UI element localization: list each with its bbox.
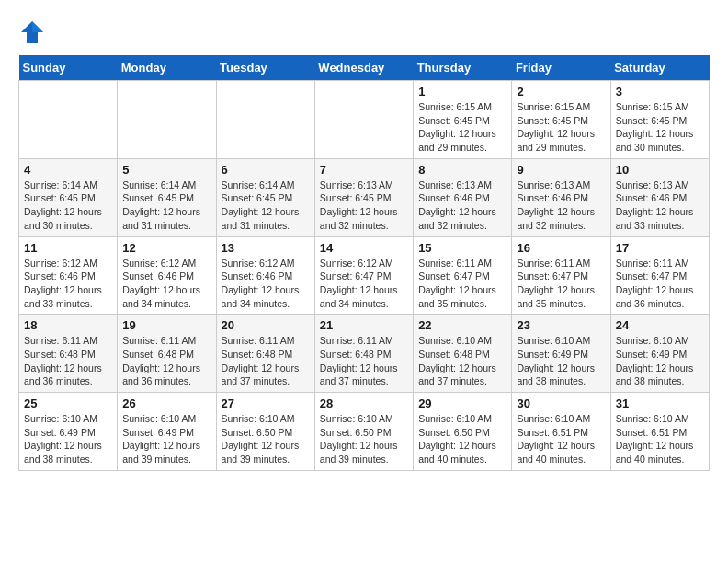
day-number: 29 [418, 396, 506, 410]
calendar-cell: 5Sunrise: 6:14 AM Sunset: 6:45 PM Daylig… [118, 158, 216, 236]
day-number: 14 [320, 241, 408, 255]
calendar-header: SundayMondayTuesdayWednesdayThursdayFrid… [19, 55, 710, 81]
day-number: 16 [517, 241, 605, 255]
day-header-monday: Monday [118, 55, 216, 81]
day-info: Sunrise: 6:12 AM Sunset: 6:46 PM Dayligh… [24, 257, 112, 311]
day-info: Sunrise: 6:14 AM Sunset: 6:45 PM Dayligh… [222, 178, 310, 233]
day-number: 21 [320, 318, 408, 332]
day-info: Sunrise: 6:12 AM Sunset: 6:46 PM Dayligh… [222, 257, 310, 311]
day-number: 3 [616, 85, 704, 98]
day-header-tuesday: Tuesday [216, 55, 314, 81]
day-info: Sunrise: 6:11 AM Sunset: 6:47 PM Dayligh… [616, 257, 704, 311]
day-info: Sunrise: 6:13 AM Sunset: 6:45 PM Dayligh… [320, 178, 408, 233]
day-info: Sunrise: 6:11 AM Sunset: 6:48 PM Dayligh… [122, 334, 210, 388]
day-number: 2 [517, 85, 605, 98]
day-number: 31 [616, 396, 704, 410]
day-info: Sunrise: 6:11 AM Sunset: 6:48 PM Dayligh… [24, 334, 112, 388]
calendar-cell: 31Sunrise: 6:10 AM Sunset: 6:51 PM Dayli… [610, 393, 709, 471]
day-info: Sunrise: 6:12 AM Sunset: 6:47 PM Dayligh… [320, 257, 408, 311]
calendar-week-3: 11Sunrise: 6:12 AM Sunset: 6:46 PM Dayli… [19, 236, 710, 315]
day-number: 22 [418, 318, 506, 332]
calendar-cell [314, 81, 413, 159]
day-header-sunday: Sunday [19, 55, 118, 81]
logo [18, 18, 50, 46]
days-header-row: SundayMondayTuesdayWednesdayThursdayFrid… [19, 55, 710, 81]
calendar-cell [216, 81, 314, 159]
calendar-cell: 23Sunrise: 6:10 AM Sunset: 6:49 PM Dayli… [512, 315, 610, 393]
calendar-cell: 12Sunrise: 6:12 AM Sunset: 6:46 PM Dayli… [118, 236, 216, 315]
day-number: 20 [222, 318, 310, 332]
calendar-cell: 16Sunrise: 6:11 AM Sunset: 6:47 PM Dayli… [512, 236, 610, 315]
calendar-cell: 17Sunrise: 6:11 AM Sunset: 6:47 PM Dayli… [610, 236, 709, 315]
day-number: 12 [122, 241, 210, 255]
day-number: 17 [616, 241, 704, 255]
day-header-wednesday: Wednesday [314, 55, 413, 81]
calendar-cell: 6Sunrise: 6:14 AM Sunset: 6:45 PM Daylig… [216, 158, 314, 236]
day-info: Sunrise: 6:10 AM Sunset: 6:51 PM Dayligh… [616, 412, 704, 466]
day-info: Sunrise: 6:10 AM Sunset: 6:51 PM Dayligh… [517, 412, 605, 466]
logo-icon [18, 18, 46, 46]
day-header-friday: Friday [512, 55, 610, 81]
day-number: 19 [122, 318, 210, 332]
day-info: Sunrise: 6:10 AM Sunset: 6:50 PM Dayligh… [222, 412, 310, 466]
day-number: 27 [222, 396, 310, 410]
calendar-cell [118, 81, 216, 159]
calendar-body: 1Sunrise: 6:15 AM Sunset: 6:45 PM Daylig… [19, 81, 710, 471]
calendar-cell: 9Sunrise: 6:13 AM Sunset: 6:46 PM Daylig… [512, 158, 610, 236]
calendar-cell: 14Sunrise: 6:12 AM Sunset: 6:47 PM Dayli… [314, 236, 413, 315]
calendar-cell: 10Sunrise: 6:13 AM Sunset: 6:46 PM Dayli… [610, 158, 709, 236]
calendar-cell: 25Sunrise: 6:10 AM Sunset: 6:49 PM Dayli… [19, 393, 118, 471]
calendar-cell: 29Sunrise: 6:10 AM Sunset: 6:50 PM Dayli… [414, 393, 512, 471]
day-info: Sunrise: 6:11 AM Sunset: 6:47 PM Dayligh… [517, 257, 605, 311]
calendar-cell: 24Sunrise: 6:10 AM Sunset: 6:49 PM Dayli… [610, 315, 709, 393]
calendar-week-1: 1Sunrise: 6:15 AM Sunset: 6:45 PM Daylig… [19, 81, 710, 159]
svg-marker-1 [32, 21, 43, 32]
day-info: Sunrise: 6:10 AM Sunset: 6:50 PM Dayligh… [418, 412, 506, 466]
day-info: Sunrise: 6:13 AM Sunset: 6:46 PM Dayligh… [517, 178, 605, 233]
day-number: 11 [24, 241, 112, 255]
calendar-cell: 15Sunrise: 6:11 AM Sunset: 6:47 PM Dayli… [414, 236, 512, 315]
day-info: Sunrise: 6:11 AM Sunset: 6:48 PM Dayligh… [222, 334, 310, 388]
day-number: 6 [222, 163, 310, 177]
day-number: 13 [222, 241, 310, 255]
calendar-cell: 18Sunrise: 6:11 AM Sunset: 6:48 PM Dayli… [19, 315, 118, 393]
day-header-thursday: Thursday [414, 55, 512, 81]
day-number: 28 [320, 396, 408, 410]
calendar-cell: 11Sunrise: 6:12 AM Sunset: 6:46 PM Dayli… [19, 236, 118, 315]
day-info: Sunrise: 6:13 AM Sunset: 6:46 PM Dayligh… [616, 178, 704, 233]
calendar-cell [19, 81, 118, 159]
day-info: Sunrise: 6:11 AM Sunset: 6:48 PM Dayligh… [320, 334, 408, 388]
day-info: Sunrise: 6:15 AM Sunset: 6:45 PM Dayligh… [517, 100, 605, 155]
day-number: 5 [122, 163, 210, 177]
calendar-cell: 27Sunrise: 6:10 AM Sunset: 6:50 PM Dayli… [216, 393, 314, 471]
day-info: Sunrise: 6:10 AM Sunset: 6:49 PM Dayligh… [24, 412, 112, 466]
day-number: 24 [616, 318, 704, 332]
calendar-week-4: 18Sunrise: 6:11 AM Sunset: 6:48 PM Dayli… [19, 315, 710, 393]
page-header [18, 18, 710, 46]
calendar-cell: 4Sunrise: 6:14 AM Sunset: 6:45 PM Daylig… [19, 158, 118, 236]
day-number: 10 [616, 163, 704, 177]
day-info: Sunrise: 6:13 AM Sunset: 6:46 PM Dayligh… [418, 178, 506, 233]
calendar-cell: 20Sunrise: 6:11 AM Sunset: 6:48 PM Dayli… [216, 315, 314, 393]
calendar-cell: 2Sunrise: 6:15 AM Sunset: 6:45 PM Daylig… [512, 81, 610, 159]
calendar-cell: 21Sunrise: 6:11 AM Sunset: 6:48 PM Dayli… [314, 315, 413, 393]
day-info: Sunrise: 6:10 AM Sunset: 6:49 PM Dayligh… [517, 334, 605, 388]
day-number: 4 [24, 163, 112, 177]
day-info: Sunrise: 6:10 AM Sunset: 6:49 PM Dayligh… [616, 334, 704, 388]
calendar-cell: 19Sunrise: 6:11 AM Sunset: 6:48 PM Dayli… [118, 315, 216, 393]
day-number: 30 [517, 396, 605, 410]
day-info: Sunrise: 6:10 AM Sunset: 6:48 PM Dayligh… [418, 334, 506, 388]
day-number: 15 [418, 241, 506, 255]
calendar-week-2: 4Sunrise: 6:14 AM Sunset: 6:45 PM Daylig… [19, 158, 710, 236]
calendar-cell: 30Sunrise: 6:10 AM Sunset: 6:51 PM Dayli… [512, 393, 610, 471]
calendar-cell: 8Sunrise: 6:13 AM Sunset: 6:46 PM Daylig… [414, 158, 512, 236]
day-info: Sunrise: 6:14 AM Sunset: 6:45 PM Dayligh… [122, 178, 210, 233]
day-header-saturday: Saturday [610, 55, 709, 81]
day-number: 7 [320, 163, 408, 177]
calendar-cell: 7Sunrise: 6:13 AM Sunset: 6:45 PM Daylig… [314, 158, 413, 236]
calendar-cell: 3Sunrise: 6:15 AM Sunset: 6:45 PM Daylig… [610, 81, 709, 159]
day-info: Sunrise: 6:14 AM Sunset: 6:45 PM Dayligh… [24, 178, 112, 233]
calendar-cell: 26Sunrise: 6:10 AM Sunset: 6:49 PM Dayli… [118, 393, 216, 471]
day-info: Sunrise: 6:12 AM Sunset: 6:46 PM Dayligh… [122, 257, 210, 311]
calendar-week-5: 25Sunrise: 6:10 AM Sunset: 6:49 PM Dayli… [19, 393, 710, 471]
